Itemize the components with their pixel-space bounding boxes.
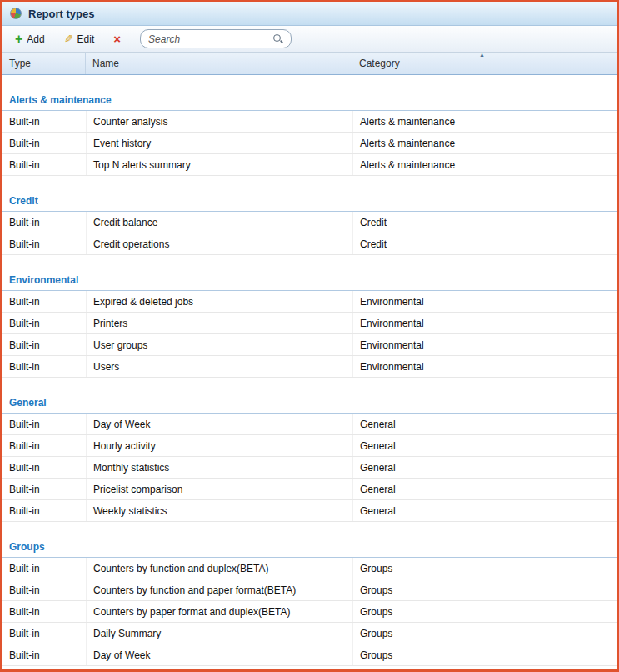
table-row[interactable]: Built-inPricelist comparisonGeneral [2,479,617,500]
cell-type: Built-in [2,414,86,434]
cell-name: Printers [86,313,352,333]
group-header: Groups [2,522,617,558]
cell-name: Counters by paper format and duplex(BETA… [86,601,352,622]
group-header: Environmental [2,255,617,291]
delete-button[interactable]: × [105,30,129,48]
edit-button-label: Edit [77,33,95,45]
table-row[interactable]: Built-inTop N alerts summaryAlerts & mai… [2,154,617,176]
cell-type: Built-in [2,457,86,478]
sort-ascending-icon: ▲ [479,52,485,58]
cell-category: Environmental [352,313,617,333]
cell-type: Built-in [2,601,86,622]
cell-type: Built-in [2,212,86,233]
cell-type: Built-in [2,356,86,377]
cell-name: Expired & deleted jobs [86,291,352,312]
cell-type: Built-in [2,154,86,175]
table-row[interactable]: Built-inUsersEnvironmental [2,356,617,378]
cell-category: Groups [352,558,617,579]
toolbar: + Add ✎ Edit × [2,26,617,53]
table-row[interactable]: Built-inExpired & deleted jobsEnvironmen… [2,291,617,313]
search-input[interactable] [148,33,269,45]
table-row[interactable]: Built-inHourly activityGeneral [2,435,617,457]
report-types-window: Report types + Add ✎ Edit × Type Name Ca… [0,0,619,672]
add-button[interactable]: + Add [7,29,53,49]
cell-type: Built-in [2,644,86,665]
cell-type: Built-in [2,133,86,153]
group-header: Alerts & maintenance [2,75,617,111]
table-row[interactable]: Built-inDay of WeekGeneral [2,414,617,435]
cell-name: Counters by function and paper format(BE… [86,579,352,600]
plus-icon: + [15,34,22,44]
cell-category: Groups [352,601,617,622]
cell-category: Alerts & maintenance [352,133,617,153]
cell-category: Groups [352,644,617,665]
cell-category: Groups [352,623,617,644]
pencil-icon: ✎ [64,34,73,44]
column-header-name[interactable]: Name [86,53,352,74]
cell-type: Built-in [2,623,86,644]
cell-category: General [352,435,617,456]
table-row[interactable]: Built-inCounter analysisAlerts & mainten… [2,111,617,133]
cell-name: Weekly statistics [86,500,352,521]
cell-type: Built-in [2,558,86,579]
table-header: Type Name Category ▲ [2,53,617,75]
table-row[interactable]: Built-inUser groupsEnvironmental [2,334,617,356]
cell-category: Environmental [352,334,617,355]
group-header: General [2,378,617,414]
table-row[interactable]: Built-inEvent historyAlerts & maintenanc… [2,133,617,154]
column-header-type[interactable]: Type [2,53,86,74]
table-row[interactable]: Built-inDaily SummaryGroups [2,623,617,644]
cell-category: Environmental [352,291,617,312]
table-row[interactable]: Built-inCounters by paper format and dup… [2,601,617,623]
table-row[interactable]: Built-inCredit operationsCredit [2,233,617,255]
cell-name: Monthly statistics [86,457,352,478]
edit-button[interactable]: ✎ Edit [56,29,103,49]
cell-type: Built-in [2,500,86,521]
cell-name: Counters by function and duplex(BETA) [86,558,352,579]
cell-category: Alerts & maintenance [352,154,617,175]
cell-name: Day of Week [86,644,352,665]
cell-name: Event history [86,133,352,153]
table-row[interactable]: Built-inMonthly statisticsGeneral [2,457,617,479]
table-row[interactable]: Built-inCredit balanceCredit [2,212,617,233]
cell-category: Credit [352,212,617,233]
delete-x-icon: × [113,34,121,44]
table-row[interactable]: Built-inPrintersEnvironmental [2,313,617,334]
group-header: Credit [2,176,617,212]
cell-name: Pricelist comparison [86,479,352,499]
cell-name: Top N alerts summary [86,154,352,175]
search-box [140,29,292,48]
cell-type: Built-in [2,111,86,132]
window-title: Report types [28,8,94,20]
cell-type: Built-in [2,313,86,333]
title-bar: Report types [2,2,617,26]
column-header-category-label: Category [359,58,400,69]
cell-category: General [352,457,617,478]
table-row[interactable]: Built-inCounters by function and duplex(… [2,558,617,579]
search-icon[interactable] [272,33,283,44]
table-row[interactable]: Built-inCounters by function and paper f… [2,579,617,601]
column-header-category[interactable]: Category ▲ [352,53,617,74]
add-button-label: Add [27,33,44,45]
cell-name: Hourly activity [86,435,352,456]
cell-type: Built-in [2,579,86,600]
pie-chart-icon [10,8,22,19]
table-row[interactable]: Built-inDay of WeekGroups [2,644,617,666]
cell-type: Built-in [2,233,86,254]
cell-name: Day of Week [86,414,352,434]
cell-category: General [352,500,617,521]
cell-name: Counter analysis [86,111,352,132]
cell-name: Users [86,356,352,377]
cell-category: Credit [352,233,617,254]
cell-type: Built-in [2,435,86,456]
table-body: Alerts & maintenanceBuilt-inCounter anal… [2,75,617,669]
cell-category: Groups [352,579,617,600]
cell-name: Daily Summary [86,623,352,644]
cell-type: Built-in [2,291,86,312]
cell-name: Credit balance [86,212,352,233]
cell-type: Built-in [2,479,86,499]
cell-category: General [352,479,617,499]
cell-category: Environmental [352,356,617,377]
cell-name: User groups [86,334,352,355]
table-row[interactable]: Built-inWeekly statisticsGeneral [2,500,617,522]
